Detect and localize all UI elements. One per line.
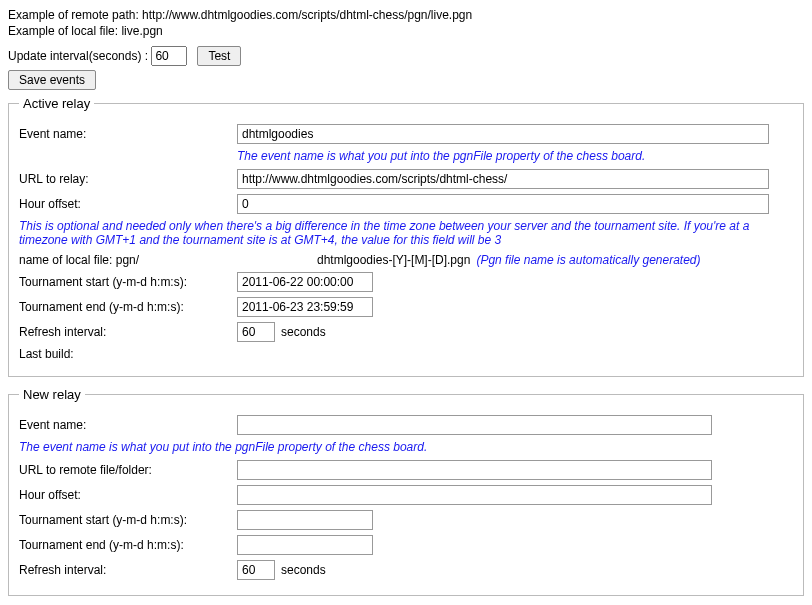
- save-events-button[interactable]: Save events: [8, 70, 96, 90]
- new-event-name-input[interactable]: [237, 415, 712, 435]
- new-refresh-input[interactable]: [237, 560, 275, 580]
- update-interval-input[interactable]: [151, 46, 187, 66]
- new-hour-offset-label: Hour offset:: [19, 488, 237, 502]
- active-tend-label: Tournament end (y-m-d h:m:s):: [19, 300, 237, 314]
- active-local-file-value: dhtmlgoodies-[Y]-[M]-[D].pgn: [317, 253, 470, 267]
- active-hour-offset-hint: This is optional and needed only when th…: [19, 219, 793, 247]
- new-tstart-input[interactable]: [237, 510, 373, 530]
- new-relay-fieldset: New relay Event name: The event name is …: [8, 387, 804, 596]
- new-tstart-label: Tournament start (y-m-d h:m:s):: [19, 513, 237, 527]
- active-relay-legend: Active relay: [19, 96, 94, 111]
- new-event-name-hint: The event name is what you put into the …: [19, 440, 793, 454]
- active-url-input[interactable]: [237, 169, 769, 189]
- active-refresh-label: Refresh interval:: [19, 325, 237, 339]
- active-local-file-hint: (Pgn file name is automatically generate…: [476, 253, 700, 267]
- update-interval-label: Update interval(seconds) :: [8, 49, 148, 63]
- new-url-label: URL to remote file/folder:: [19, 463, 237, 477]
- new-url-input[interactable]: [237, 460, 712, 480]
- active-relay-fieldset: Active relay Event name: The event name …: [8, 96, 804, 377]
- example-local-text: Example of local file: live.pgn: [8, 24, 804, 38]
- active-local-file-label: name of local file: pgn/: [19, 253, 237, 267]
- new-tend-label: Tournament end (y-m-d h:m:s):: [19, 538, 237, 552]
- new-refresh-unit: seconds: [281, 563, 326, 577]
- active-hour-offset-input[interactable]: [237, 194, 769, 214]
- active-event-name-hint: The event name is what you put into the …: [237, 149, 793, 163]
- new-hour-offset-input[interactable]: [237, 485, 712, 505]
- new-tend-input[interactable]: [237, 535, 373, 555]
- active-refresh-input[interactable]: [237, 322, 275, 342]
- example-remote-text: Example of remote path: http://www.dhtml…: [8, 8, 804, 22]
- new-relay-legend: New relay: [19, 387, 85, 402]
- active-hour-offset-label: Hour offset:: [19, 197, 237, 211]
- active-url-label: URL to relay:: [19, 172, 237, 186]
- active-refresh-unit: seconds: [281, 325, 326, 339]
- active-tstart-input[interactable]: [237, 272, 373, 292]
- active-tend-input[interactable]: [237, 297, 373, 317]
- active-event-name-label: Event name:: [19, 127, 237, 141]
- test-button[interactable]: Test: [197, 46, 241, 66]
- active-last-build-label: Last build:: [19, 347, 237, 361]
- new-event-name-label: Event name:: [19, 418, 123, 432]
- active-event-name-input[interactable]: [237, 124, 769, 144]
- active-tstart-label: Tournament start (y-m-d h:m:s):: [19, 275, 237, 289]
- new-refresh-label: Refresh interval:: [19, 563, 237, 577]
